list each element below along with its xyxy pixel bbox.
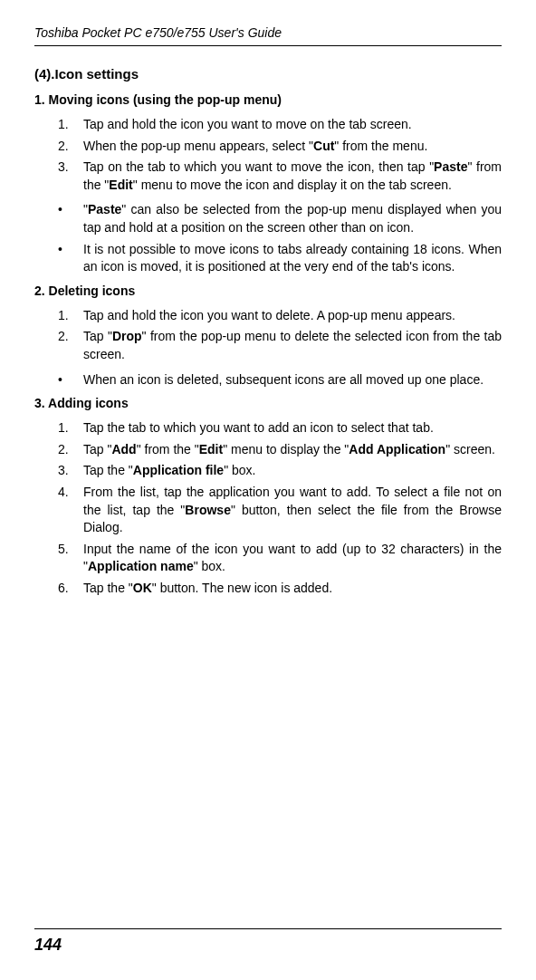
header-divider [34,45,502,46]
list-content: When an icon is deleted, subsequent icon… [83,371,502,389]
list-item: 3.Tap the "Application file" box. [58,462,502,480]
list-marker: 2. [58,138,83,156]
sub2-bullet-list: •When an icon is deleted, subsequent ico… [34,371,502,389]
list-item: 2.When the pop-up menu appears, select "… [58,138,502,156]
bullet-marker: • [58,241,83,276]
list-item: 3.Tap on the tab to which you want to mo… [58,159,502,194]
sub1-bullet-list: •"Paste" can also be selected from the p… [34,201,502,275]
list-marker: 1. [58,307,83,325]
list-item: •When an icon is deleted, subsequent ico… [58,371,502,389]
header-title: Toshiba Pocket PC e750/e755 User's Guide [34,25,502,40]
page-number: 144 [34,936,62,955]
list-marker: 4. [58,484,83,537]
list-marker: 3. [58,159,83,194]
list-marker: 1. [58,419,83,437]
list-content: Tap the "Application file" box. [83,462,502,480]
list-content: From the list, tap the application you w… [83,484,502,537]
sub3-ordered-list: 1.Tap the tab to which you want to add a… [34,419,502,597]
bullet-marker: • [58,201,83,236]
list-item: 5.Input the name of the icon you want to… [58,541,502,576]
list-item: 1.Tap and hold the icon you want to dele… [58,307,502,325]
list-marker: 6. [58,580,83,598]
list-item: 1.Tap the tab to which you want to add a… [58,419,502,437]
list-content: Input the name of the icon you want to a… [83,541,502,576]
list-item: •It is not possible to move icons to tab… [58,241,502,276]
list-item: •"Paste" can also be selected from the p… [58,201,502,236]
sub-heading-2: 2. Deleting icons [34,283,502,298]
list-content: Tap and hold the icon you want to move o… [83,116,502,134]
list-item: 6.Tap the "OK" button. The new icon is a… [58,580,502,598]
bullet-marker: • [58,371,83,389]
list-item: 2.Tap "Drop" from the pop-up menu to del… [58,328,502,363]
sub-heading-1: 1. Moving icons (using the pop-up menu) [34,92,502,107]
list-content: Tap and hold the icon you want to delete… [83,307,502,325]
sub1-ordered-list: 1.Tap and hold the icon you want to move… [34,116,502,194]
footer-divider [34,928,502,929]
list-content: Tap "Add" from the "Edit" menu to displa… [83,441,502,459]
list-item: 2.Tap "Add" from the "Edit" menu to disp… [58,441,502,459]
list-content: Tap on the tab to which you want to move… [83,159,502,194]
list-content: When the pop-up menu appears, select "Cu… [83,138,502,156]
list-content: Tap the tab to which you want to add an … [83,419,502,437]
sub2-ordered-list: 1.Tap and hold the icon you want to dele… [34,307,502,364]
list-item: 4.From the list, tap the application you… [58,484,502,537]
list-marker: 3. [58,462,83,480]
section-heading: (4).Icon settings [34,66,502,82]
list-marker: 1. [58,116,83,134]
list-marker: 2. [58,328,83,363]
list-marker: 5. [58,541,83,576]
list-content: It is not possible to move icons to tabs… [83,241,502,276]
list-content: Tap "Drop" from the pop-up menu to delet… [83,328,502,363]
list-content: "Paste" can also be selected from the po… [83,201,502,236]
sub-heading-3: 3. Adding icons [34,396,502,410]
list-marker: 2. [58,441,83,459]
list-content: Tap the "OK" button. The new icon is add… [83,580,502,598]
list-item: 1.Tap and hold the icon you want to move… [58,116,502,134]
